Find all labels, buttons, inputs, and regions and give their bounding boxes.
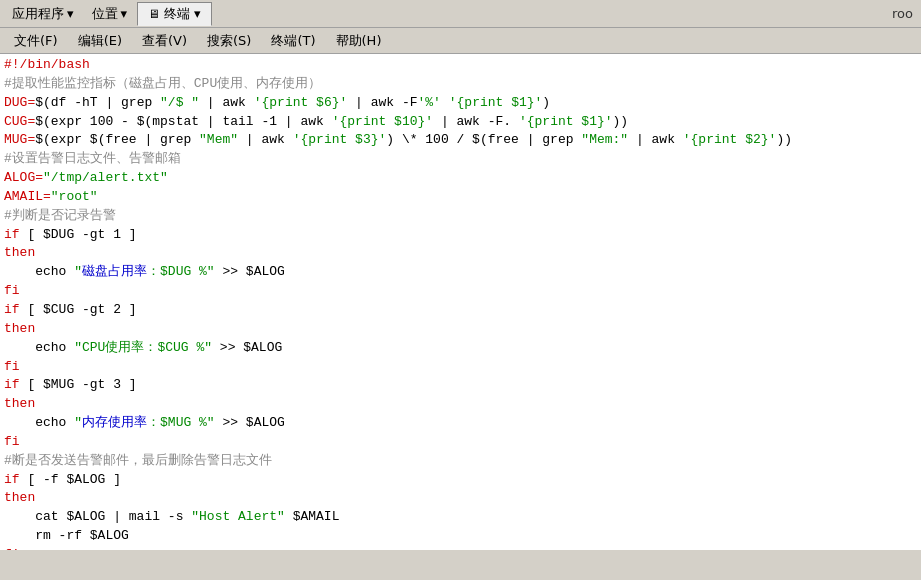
menu-file[interactable]: 文件(F) <box>4 29 68 53</box>
code-line-5: MUG=$(expr $(free | grep "Mem" | awk '{p… <box>4 131 917 150</box>
code-line-9: #判断是否记录告警 <box>4 207 917 226</box>
code-line-25: cat $ALOG | mail -s "Host Alert" $AMAIL <box>4 508 917 527</box>
code-line-10: if [ $DUG -gt 1 ] <box>4 226 917 245</box>
code-line-1: #!/bin/bash <box>4 56 917 75</box>
code-line-18: if [ $MUG -gt 3 ] <box>4 376 917 395</box>
places-arrow: ▾ <box>121 6 128 21</box>
menu-terminal[interactable]: 终端(T) <box>261 29 325 53</box>
terminal-content[interactable]: #!/bin/bash #提取性能监控指标（磁盘占用、CPU使用、内存使用） D… <box>0 54 921 550</box>
menu-terminal-label: 终端(T) <box>271 32 315 50</box>
apps-label: 应用程序 <box>12 5 64 23</box>
code-line-6: #设置告警日志文件、告警邮箱 <box>4 150 917 169</box>
system-bar: 应用程序 ▾ 位置 ▾ 🖥 终端 ▾ roo <box>0 0 921 28</box>
places-label: 位置 <box>92 5 118 23</box>
code-line-4: CUG=$(expr 100 - $(mpstat | tail -1 | aw… <box>4 113 917 132</box>
code-line-11: then <box>4 244 917 263</box>
code-line-14: if [ $CUG -gt 2 ] <box>4 301 917 320</box>
code-line-8: AMAIL="root" <box>4 188 917 207</box>
code-line-17: fi <box>4 358 917 377</box>
app-menubar: 文件(F) 编辑(E) 查看(V) 搜索(S) 终端(T) 帮助(H) <box>0 28 921 54</box>
menu-edit-label: 编辑(E) <box>78 32 122 50</box>
menu-file-label: 文件(F) <box>14 32 58 50</box>
code-line-16: echo "CPU使用率：$CUG %" >> $ALOG <box>4 339 917 358</box>
code-line-24: then <box>4 489 917 508</box>
menu-view[interactable]: 查看(V) <box>132 29 197 53</box>
code-line-26: rm -rf $ALOG <box>4 527 917 546</box>
code-line-7: ALOG="/tmp/alert.txt" <box>4 169 917 188</box>
code-line-3: DUG=$(df -hT | grep "/$ " | awk '{print … <box>4 94 917 113</box>
code-line-13: fi <box>4 282 917 301</box>
places-button[interactable]: 位置 ▾ <box>84 3 136 25</box>
menu-edit[interactable]: 编辑(E) <box>68 29 132 53</box>
terminal-arrow: ▾ <box>194 6 201 21</box>
terminal-label: 终端 <box>164 5 190 23</box>
apps-arrow: ▾ <box>67 6 74 21</box>
code-line-22: #断是否发送告警邮件，最后删除告警日志文件 <box>4 452 917 471</box>
root-label: roo <box>892 6 913 21</box>
code-line-2: #提取性能监控指标（磁盘占用、CPU使用、内存使用） <box>4 75 917 94</box>
code-line-23: if [ -f $ALOG ] <box>4 471 917 490</box>
menu-view-label: 查看(V) <box>142 32 187 50</box>
menu-help-label: 帮助(H) <box>336 32 382 50</box>
code-line-15: then <box>4 320 917 339</box>
code-line-19: then <box>4 395 917 414</box>
terminal-tab[interactable]: 🖥 终端 ▾ <box>137 2 212 26</box>
code-line-27: fi <box>4 546 917 550</box>
code-line-20: echo "内存使用率：$MUG %" >> $ALOG <box>4 414 917 433</box>
menu-search-label: 搜索(S) <box>207 32 251 50</box>
menu-help[interactable]: 帮助(H) <box>326 29 392 53</box>
code-line-12: echo "磁盘占用率：$DUG %" >> $ALOG <box>4 263 917 282</box>
code-line-21: fi <box>4 433 917 452</box>
menu-search[interactable]: 搜索(S) <box>197 29 261 53</box>
terminal-icon: 🖥 <box>148 7 160 21</box>
appsmenu-button[interactable]: 应用程序 ▾ <box>4 3 82 25</box>
